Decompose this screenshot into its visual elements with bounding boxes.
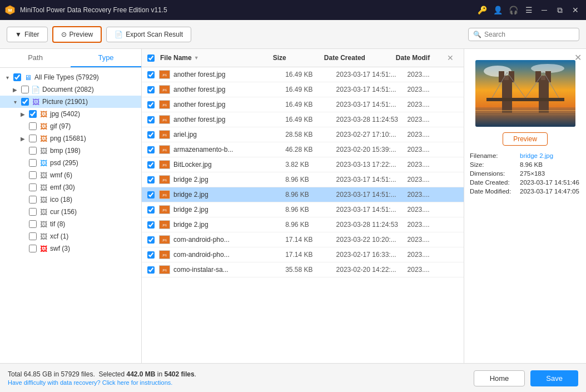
- preview-action-button[interactable]: Preview: [503, 132, 548, 146]
- table-row[interactable]: JPGanother forest.jpg16.49 KB2023-03-28 …: [142, 112, 464, 127]
- tree-toggle[interactable]: [19, 159, 27, 167]
- tree-toggle[interactable]: [19, 208, 27, 216]
- search-box[interactable]: 🔍: [468, 28, 579, 41]
- row-checkbox[interactable]: [147, 161, 155, 168]
- save-button[interactable]: Save: [530, 370, 578, 386]
- help-link[interactable]: Have difficulty with data recovery? Clic…: [8, 379, 172, 386]
- table-row[interactable]: JPGbridge 2.jpg8.96 KB2023-03-28 11:24:5…: [142, 217, 464, 232]
- tree-item-jpg[interactable]: ▶🖼jpg (5402): [0, 108, 141, 120]
- preview-close-icon[interactable]: ✕: [574, 52, 582, 63]
- tree-toggle[interactable]: [19, 232, 27, 240]
- home-button[interactable]: Home: [474, 370, 525, 386]
- table-row[interactable]: JPGariel.jpg28.58 KB2023-02-27 17:10:...…: [142, 127, 464, 142]
- file-date-created: 2023-02-20 14:22:...: [336, 266, 408, 274]
- file-name: another forest.jpg: [173, 86, 285, 93]
- close-icon[interactable]: ✕: [569, 4, 582, 16]
- row-checkbox[interactable]: [147, 86, 155, 93]
- tree-item-swf[interactable]: 🖼swf (3): [0, 242, 141, 255]
- headphone-icon[interactable]: 🎧: [507, 4, 519, 16]
- tree-checkbox-png[interactable]: [29, 135, 37, 142]
- tree-item-wmf[interactable]: 🖼wmf (6): [0, 169, 141, 181]
- tree-item-xcf[interactable]: 🖼xcf (1): [0, 230, 141, 242]
- table-row[interactable]: JPGcom-android-pho...17.14 KB2023-02-17 …: [142, 247, 464, 262]
- tree-checkbox-ico[interactable]: [29, 196, 37, 204]
- tree-checkbox-jpg[interactable]: [29, 110, 37, 118]
- tree-toggle[interactable]: [19, 196, 27, 204]
- table-row[interactable]: JPGBitLocker.jpg3.82 KB2023-03-13 17:22:…: [142, 157, 464, 172]
- tree-item-gif[interactable]: 🖼gif (97): [0, 120, 141, 132]
- table-row[interactable]: JPGbridge 2.jpg8.96 KB2023-03-17 14:51:.…: [142, 172, 464, 187]
- tree-checkbox-pic[interactable]: [21, 98, 29, 106]
- row-checkbox[interactable]: [147, 176, 155, 183]
- tree-checkbox-wmf[interactable]: [29, 171, 37, 179]
- restore-icon[interactable]: ⧉: [554, 4, 566, 16]
- file-thumbnail: JPG: [159, 190, 170, 199]
- row-checkbox[interactable]: [147, 221, 155, 229]
- export-button[interactable]: 📄 Export Scan Result: [106, 27, 191, 42]
- tab-path[interactable]: Path: [0, 49, 71, 67]
- row-checkbox[interactable]: [147, 71, 155, 78]
- row-checkbox[interactable]: [147, 191, 155, 199]
- row-checkbox[interactable]: [147, 131, 155, 138]
- search-input[interactable]: [484, 31, 574, 38]
- tree-item-tif[interactable]: 🖼tif (8): [0, 218, 141, 230]
- tree-toggle[interactable]: ▾: [11, 98, 19, 106]
- tree-checkbox-tif[interactable]: [29, 220, 37, 228]
- export-label: Export Scan Result: [126, 31, 183, 38]
- file-thumbnail: JPG: [159, 115, 170, 124]
- tree-toggle[interactable]: [19, 171, 27, 179]
- tree-toggle[interactable]: ▾: [3, 73, 11, 81]
- tree-checkbox-gif[interactable]: [29, 122, 37, 130]
- tree-item-doc[interactable]: ▶📄Document (2082): [0, 83, 141, 96]
- tree-toggle[interactable]: [19, 183, 27, 191]
- tree-checkbox-all[interactable]: [13, 73, 21, 81]
- tree-checkbox-doc[interactable]: [21, 86, 29, 93]
- tree-item-pic[interactable]: ▾🖼Picture (21901): [0, 96, 141, 108]
- tree-item-bmp[interactable]: 🖼bmp (198): [0, 145, 141, 157]
- table-row[interactable]: JPGbridge 2.jpg8.96 KB2023-03-17 14:51:.…: [142, 202, 464, 217]
- tree-checkbox-bmp[interactable]: [29, 147, 37, 155]
- table-row[interactable]: JPGarmazenamento-b...46.28 KB2023-02-20 …: [142, 142, 464, 157]
- row-checkbox[interactable]: [147, 266, 155, 274]
- menu-icon[interactable]: ☰: [523, 4, 535, 16]
- table-row[interactable]: JPGanother forest.jpg16.49 KB2023-03-17 …: [142, 67, 464, 82]
- select-all-checkbox[interactable]: [147, 54, 155, 62]
- row-checkbox[interactable]: [147, 101, 155, 108]
- minimize-icon[interactable]: ─: [538, 4, 550, 16]
- tree-toggle[interactable]: [19, 220, 27, 228]
- tree-item-all[interactable]: ▾🖥All File Types (57929): [0, 71, 141, 83]
- preview-button[interactable]: ⊙ Preview: [52, 26, 102, 43]
- tree-item-psd[interactable]: 🖼psd (295): [0, 157, 141, 169]
- panel-close-icon[interactable]: ✕: [447, 53, 458, 62]
- tree-item-emf[interactable]: 🖼emf (30): [0, 181, 141, 193]
- tab-type[interactable]: Type: [71, 49, 141, 67]
- key-icon[interactable]: 🔑: [476, 4, 488, 16]
- table-row[interactable]: JPGanother forest.jpg16.49 KB2023-03-17 …: [142, 82, 464, 97]
- tree-toggle[interactable]: ▶: [19, 110, 27, 118]
- tree-icon-all: 🖥: [23, 73, 32, 82]
- row-checkbox[interactable]: [147, 251, 155, 259]
- tree-toggle[interactable]: [19, 147, 27, 155]
- user-icon[interactable]: 👤: [491, 4, 504, 16]
- row-checkbox[interactable]: [147, 116, 155, 123]
- tree-item-cur[interactable]: 🖼cur (156): [0, 206, 141, 218]
- table-row[interactable]: JPGcom-android-pho...17.14 KB2023-03-22 …: [142, 232, 464, 247]
- tree-toggle[interactable]: ▶: [19, 135, 27, 142]
- table-row[interactable]: JPGcomo-instalar-sa...35.58 KB2023-02-20…: [142, 262, 464, 277]
- row-checkbox[interactable]: [147, 206, 155, 214]
- tree-toggle[interactable]: [19, 245, 27, 252]
- tree-toggle[interactable]: [19, 122, 27, 130]
- tree-toggle[interactable]: ▶: [11, 86, 19, 93]
- filter-button[interactable]: ▼ Filter: [7, 27, 48, 42]
- row-checkbox[interactable]: [147, 236, 155, 244]
- tree-checkbox-swf[interactable]: [29, 245, 37, 252]
- tree-checkbox-xcf[interactable]: [29, 232, 37, 240]
- tree-item-png[interactable]: ▶🖼png (15681): [0, 132, 141, 145]
- tree-checkbox-emf[interactable]: [29, 183, 37, 191]
- table-row[interactable]: JPGanother forest.jpg16.49 KB2023-03-17 …: [142, 97, 464, 112]
- tree-checkbox-cur[interactable]: [29, 208, 37, 216]
- row-checkbox[interactable]: [147, 146, 155, 153]
- tree-item-ico[interactable]: 🖼ico (18): [0, 193, 141, 206]
- tree-checkbox-psd[interactable]: [29, 159, 37, 167]
- table-row[interactable]: JPGbridge 2.jpg8.96 KB2023-03-17 14:51:.…: [142, 187, 464, 202]
